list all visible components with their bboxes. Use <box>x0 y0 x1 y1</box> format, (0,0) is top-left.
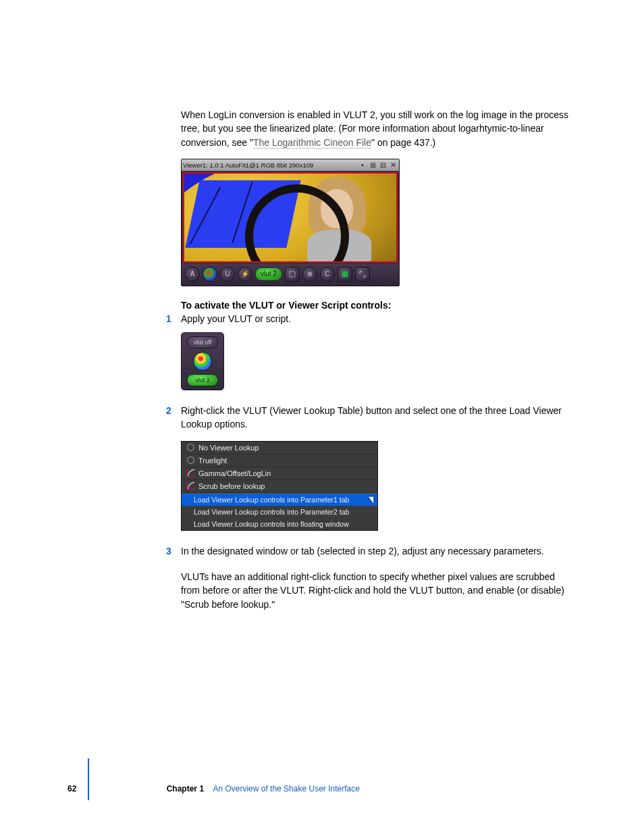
step-1: 1 Apply your VLUT or script. <box>181 312 570 325</box>
context-menu-figure: No Viewer Lookup Truelight Gamma/Offset/… <box>181 441 570 531</box>
vlut-off-button[interactable]: vlut off <box>187 336 218 348</box>
submenu-parameter2[interactable]: Load Viewer Lookup controls into Paramet… <box>182 506 377 518</box>
step-3-number: 3 <box>166 544 171 558</box>
viewer-titlebar: Viewer1: 1.0:1 AutoFit1@1 RGB 8bit 290x1… <box>182 159 399 171</box>
svg-rect-0 <box>290 271 295 277</box>
menu-item-label: Truelight <box>198 457 227 465</box>
step-1-text: Apply your VLUT or script. <box>181 313 291 324</box>
target-icon[interactable]: ⊕ <box>302 267 317 282</box>
viewer-title: Viewer1: 1.0:1 AutoFit1@1 RGB 8bit 290x1… <box>183 161 313 169</box>
menu-gamma-offset-loglin[interactable]: Gamma/Offset/LogLin <box>182 467 377 480</box>
dot-icon[interactable]: • <box>358 160 367 170</box>
rgb-button[interactable] <box>203 267 217 282</box>
step-2: 2 Right-click the VLUT (Viewer Lookup Ta… <box>181 404 570 432</box>
menu-item-label: Scrub before lookup <box>198 482 265 490</box>
procedure-heading: To activate the VLUT or Viewer Script co… <box>181 300 570 311</box>
split-icon[interactable]: ⊞ <box>368 160 377 170</box>
step-3-text: In the designated window or tab (selecte… <box>181 546 544 556</box>
save-icon[interactable] <box>338 267 352 282</box>
vlut-panel: vlut off vlut 2 <box>181 332 224 390</box>
menu-scrub-before-lookup[interactable]: Scrub before lookup <box>182 480 377 493</box>
menu-item-label: No Viewer Lookup <box>198 444 259 452</box>
radio-icon <box>187 457 194 464</box>
radio-icon <box>187 444 194 451</box>
channel-a-button[interactable]: A <box>185 267 200 282</box>
crop-icon[interactable] <box>285 267 300 282</box>
refresh-button[interactable]: C <box>320 267 335 282</box>
split2-icon[interactable]: ⊟ <box>378 160 387 170</box>
colorwheel-icon[interactable] <box>193 352 212 371</box>
step-2-number: 2 <box>166 404 171 417</box>
page-number: 62 <box>68 784 76 793</box>
step-2-text: Right-click the VLUT (Viewer Lookup Tabl… <box>181 405 562 429</box>
side-rule <box>88 758 89 800</box>
submenu-parameter1[interactable]: Load Viewer Lookup controls into Paramet… <box>182 494 377 506</box>
curve-icon <box>187 482 194 490</box>
viewer-image <box>183 172 398 263</box>
closing-paragraph: VLUTs have an additional right-click fun… <box>181 570 570 611</box>
channel-u-button[interactable]: U <box>220 267 235 282</box>
expand-icon[interactable] <box>355 267 370 282</box>
vlut-panel-figure: vlut off vlut 2 <box>181 332 570 390</box>
step-3: 3 In the designated window or tab (selec… <box>181 544 570 558</box>
chapter-title: An Overview of the Shake User Interface <box>213 784 359 793</box>
vlut-button[interactable]: vlut 2 <box>255 267 282 281</box>
intro-text-after: " on page 437.) <box>371 137 435 148</box>
submenu-item-label: Load Viewer Lookup controls into Paramet… <box>194 508 349 516</box>
chapter-label: Chapter 1 <box>167 784 204 793</box>
viewer-toolbar: A U ⚡ vlut 2 ⊕ C <box>182 264 399 286</box>
cursor-icon <box>369 494 377 503</box>
close-icon[interactable]: ✕ <box>388 160 398 170</box>
vlut-2-button[interactable]: vlut 2 <box>187 374 218 386</box>
svg-rect-1 <box>342 271 348 277</box>
curve-icon <box>187 469 194 477</box>
viewer-window: Viewer1: 1.0:1 AutoFit1@1 RGB 8bit 290x1… <box>181 159 400 286</box>
cineon-file-link[interactable]: The Logarithmic Cineon File <box>253 137 371 149</box>
context-menu: No Viewer Lookup Truelight Gamma/Offset/… <box>181 441 378 531</box>
page-footer: 62 Chapter 1 An Overview of the Shake Us… <box>68 784 576 793</box>
menu-no-viewer-lookup[interactable]: No Viewer Lookup <box>182 442 377 454</box>
submenu-item-label: Load Viewer Lookup controls into Paramet… <box>194 496 349 504</box>
menu-truelight[interactable]: Truelight <box>182 454 377 467</box>
intro-paragraph: When LogLin conversion is enabled in VLU… <box>181 108 570 149</box>
submenu: Load Viewer Lookup controls into Paramet… <box>182 493 377 530</box>
document-page: When LogLin conversion is enabled in VLU… <box>0 0 644 834</box>
menu-item-label: Gamma/Offset/LogLin <box>198 469 271 477</box>
submenu-item-label: Load Viewer Lookup controls into floatin… <box>194 520 349 528</box>
viewer-window-figure: Viewer1: 1.0:1 AutoFit1@1 RGB 8bit 290x1… <box>181 159 570 286</box>
step-1-number: 1 <box>166 312 171 325</box>
submenu-floating-window[interactable]: Load Viewer Lookup controls into floatin… <box>182 518 377 530</box>
bolt-icon[interactable]: ⚡ <box>238 267 252 282</box>
